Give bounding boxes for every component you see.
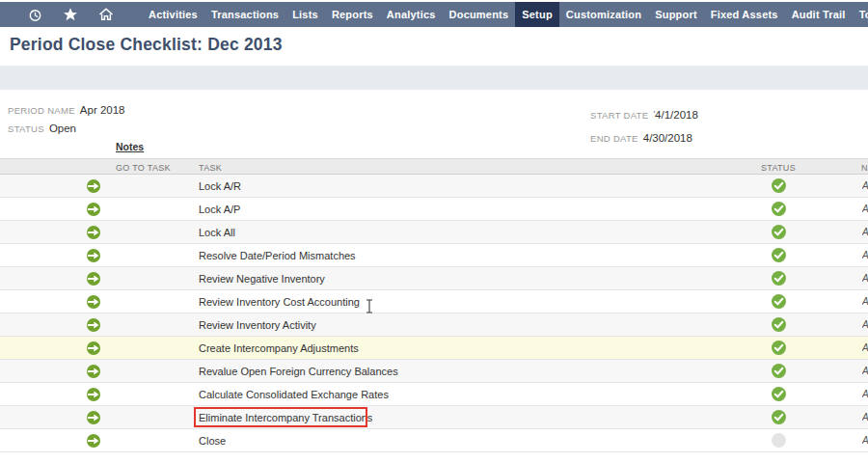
recent-records-clock-icon[interactable] [27, 7, 42, 22]
table-row: Create Intercompany AdjustmentsA [0, 337, 868, 360]
status-complete-icon [772, 202, 786, 216]
go-to-task-arrow-icon[interactable] [87, 249, 100, 262]
shortcuts-star-icon[interactable] [63, 7, 78, 22]
clipped-column-cell: A [862, 319, 868, 330]
go-to-task-arrow-icon[interactable] [87, 295, 100, 309]
nav-item-tools[interactable]: Tools [853, 2, 868, 27]
end-date-field: END DATE4/30/2018 [590, 132, 692, 144]
task-name: Review Negative Inventory [199, 273, 325, 285]
clipped-column-cell: A [862, 227, 868, 237]
clipped-column-cell: A [862, 273, 868, 284]
go-to-task-arrow-icon[interactable] [87, 411, 100, 424]
period-name-label: PERIOD NAME [8, 105, 75, 116]
nav-item-audit-trail[interactable]: Audit Trail [785, 2, 853, 27]
task-name: Lock A/R [199, 180, 241, 192]
end-date-label: END DATE [590, 133, 638, 144]
nav-item-lists[interactable]: Lists [285, 2, 325, 27]
task-table-body: Lock A/RALock A/PALock AllAResolve Date/… [0, 175, 868, 452]
header-go-to-task: GO TO TASK [116, 163, 171, 173]
go-to-task-arrow-icon[interactable] [87, 318, 100, 332]
go-to-task-arrow-icon[interactable] [87, 388, 100, 401]
top-navbar: ActivitiesTransactionsListsReportsAnalyt… [0, 2, 868, 27]
status-complete-icon [772, 317, 786, 332]
period-name-value: Apr 2018 [80, 104, 125, 116]
status-complete-icon [772, 364, 786, 378]
task-name: Lock A/P [199, 204, 240, 215]
status-complete-icon [772, 225, 786, 239]
clipped-column-cell: A [862, 250, 868, 260]
clipped-column-cell: A [862, 389, 868, 399]
start-date-label: START DATE [590, 110, 648, 121]
status-complete-icon [772, 178, 786, 193]
task-name: Eliminate Intercompany Transactions [199, 412, 372, 423]
period-name-field: PERIOD NAMEApr 2018 [8, 104, 125, 116]
task-name: Calculate Consolidated Exchange Rates [199, 389, 389, 400]
table-row: Resolve Date/Period MismatchesA [0, 244, 868, 267]
clipped-column-cell: A [862, 366, 868, 376]
clipped-column-cell: A [862, 342, 868, 353]
nav-item-fixed-assets[interactable]: Fixed Assets [704, 2, 785, 27]
table-row: Eliminate Intercompany TransactionsA [0, 406, 868, 429]
clipped-column-cell: A [862, 180, 868, 191]
clipped-column-cell: A [862, 204, 868, 214]
table-header-row: GO TO TASK TASK STATUS N [0, 158, 868, 175]
text-cursor-artifact [365, 299, 374, 317]
checklist-table: GO TO TASK TASK STATUS N Lock A/RALock A… [0, 158, 868, 452]
task-name: Close [199, 435, 226, 447]
go-to-task-arrow-icon[interactable] [87, 272, 100, 286]
nav-items: ActivitiesTransactionsListsReportsAnalyt… [142, 2, 868, 27]
go-to-task-arrow-icon[interactable] [87, 179, 100, 193]
table-row: CloseA [0, 429, 868, 452]
status-pending-icon [772, 433, 786, 448]
task-name: Resolve Date/Period Mismatches [199, 250, 356, 261]
status-label: STATUS [8, 123, 44, 134]
status-complete-icon [772, 271, 786, 286]
home-icon[interactable] [98, 7, 114, 22]
table-row: Review Negative InventoryA [0, 267, 868, 290]
task-name: Create Intercompany Adjustments [199, 342, 359, 354]
clipped-column-cell: A [862, 412, 868, 422]
task-name: Lock All [199, 227, 235, 238]
nav-item-transactions[interactable]: Transactions [204, 2, 285, 27]
nav-item-customization[interactable]: Customization [559, 2, 648, 27]
go-to-task-arrow-icon[interactable] [87, 434, 100, 448]
status-field: STATUSOpen [8, 123, 76, 134]
status-complete-icon [772, 294, 786, 309]
go-to-task-arrow-icon[interactable] [87, 226, 100, 239]
nav-item-activities[interactable]: Activities [142, 2, 204, 27]
nav-item-reports[interactable]: Reports [325, 2, 380, 27]
status-value: Open [49, 123, 76, 134]
table-row: Lock AllA [0, 221, 868, 244]
header-partial-clipped: N [861, 163, 868, 173]
notes-tab-link[interactable]: Notes [116, 141, 144, 152]
header-task: TASK [199, 163, 222, 173]
go-to-task-arrow-icon[interactable] [87, 365, 100, 378]
task-name: Revalue Open Foreign Currency Balances [199, 366, 398, 377]
task-name: Review Inventory Activity [199, 319, 316, 331]
start-date-field: START DATE'4/1/2018 [590, 109, 698, 121]
nav-item-support[interactable]: Support [648, 2, 704, 27]
nav-icon-group [0, 2, 134, 27]
table-row: Review Inventory Cost AccountingA [0, 290, 868, 313]
table-row: Revalue Open Foreign Currency BalancesA [0, 360, 868, 383]
status-complete-icon [772, 410, 786, 424]
toolbar-band [0, 66, 868, 90]
table-row: Calculate Consolidated Exchange RatesA [0, 383, 868, 406]
nav-item-analytics[interactable]: Analytics [380, 2, 443, 27]
start-date-value: 4/1/2018 [655, 109, 698, 121]
end-date-value: 4/30/2018 [643, 132, 692, 144]
clipped-column-cell: A [862, 296, 868, 307]
period-close-checklist-page: ActivitiesTransactionsListsReportsAnalyt… [0, 0, 868, 463]
status-complete-icon [772, 248, 786, 262]
nav-item-documents[interactable]: Documents [443, 2, 516, 27]
task-name: Review Inventory Cost Accounting [199, 296, 360, 308]
page-title: Period Close Checklist: Dec 2013 [10, 35, 283, 55]
header-status: STATUS [761, 163, 796, 173]
table-row: Lock A/RA [0, 175, 868, 198]
status-complete-icon [772, 387, 786, 401]
table-row: Lock A/PA [0, 198, 868, 221]
go-to-task-arrow-icon[interactable] [87, 203, 100, 216]
nav-item-setup[interactable]: Setup [515, 2, 559, 27]
go-to-task-arrow-icon[interactable] [87, 341, 100, 355]
clipped-column-cell: A [862, 435, 868, 446]
